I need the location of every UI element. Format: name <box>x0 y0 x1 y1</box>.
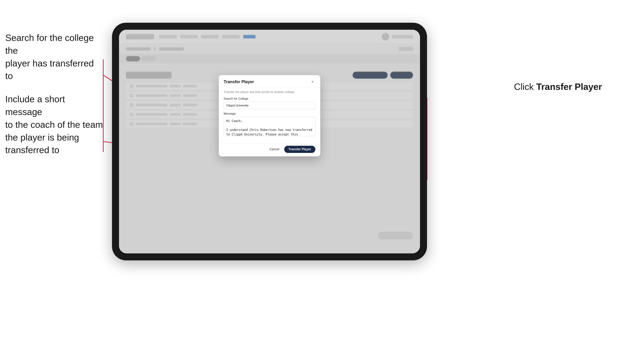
search-college-label: Search for College <box>224 97 315 100</box>
message-textarea[interactable]: Hi Coach, I understand Chris Robertson h… <box>224 117 315 136</box>
annotation-right-text: Click <box>514 82 536 92</box>
search-college-input[interactable] <box>224 102 315 109</box>
modal-overlay: Transfer Player × Transfer the player an… <box>119 30 420 253</box>
dialog-subtitle: Transfer the player and their profile to… <box>224 90 315 94</box>
cancel-button[interactable]: Cancel <box>267 146 282 153</box>
annotation-right-bold: Transfer Player <box>536 82 602 92</box>
annotation-text-2: Include a short messageto the coach of t… <box>5 93 103 156</box>
transfer-player-button[interactable]: Transfer Player <box>284 146 315 153</box>
dialog-body: Transfer the player and their profile to… <box>219 87 320 143</box>
dialog-title: Transfer Player <box>224 79 254 84</box>
annotation-right: Click Transfer Player <box>514 80 602 93</box>
message-label: Message <box>224 112 315 116</box>
dialog-footer: Cancel Transfer Player <box>219 143 320 156</box>
annotation-text-1: Search for the college theplayer has tra… <box>5 31 103 82</box>
annotation-left: Search for the college theplayer has tra… <box>5 31 103 167</box>
dialog-close-button[interactable]: × <box>310 79 315 85</box>
dialog-header: Transfer Player × <box>219 75 320 87</box>
tablet-screen: Transfer Player × Transfer the player an… <box>119 30 420 253</box>
tablet-frame: Transfer Player × Transfer the player an… <box>112 23 427 260</box>
transfer-player-dialog: Transfer Player × Transfer the player an… <box>219 75 320 156</box>
